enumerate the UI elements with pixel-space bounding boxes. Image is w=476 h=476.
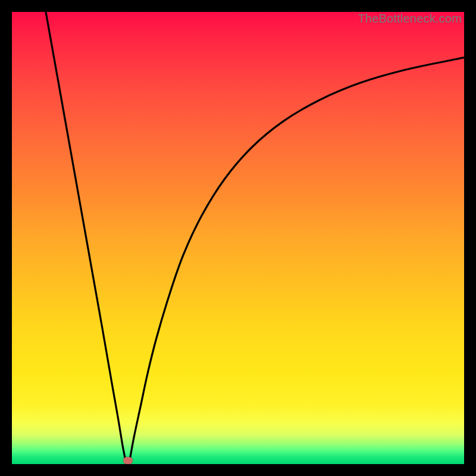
attribution-text: TheBottleneck.com: [358, 12, 462, 26]
curve-left-branch: [46, 12, 126, 464]
minimum-marker: [123, 457, 133, 464]
curve-layer: [12, 12, 464, 464]
chart-frame: TheBottleneck.com: [12, 12, 464, 464]
curve-right-branch: [129, 58, 464, 464]
